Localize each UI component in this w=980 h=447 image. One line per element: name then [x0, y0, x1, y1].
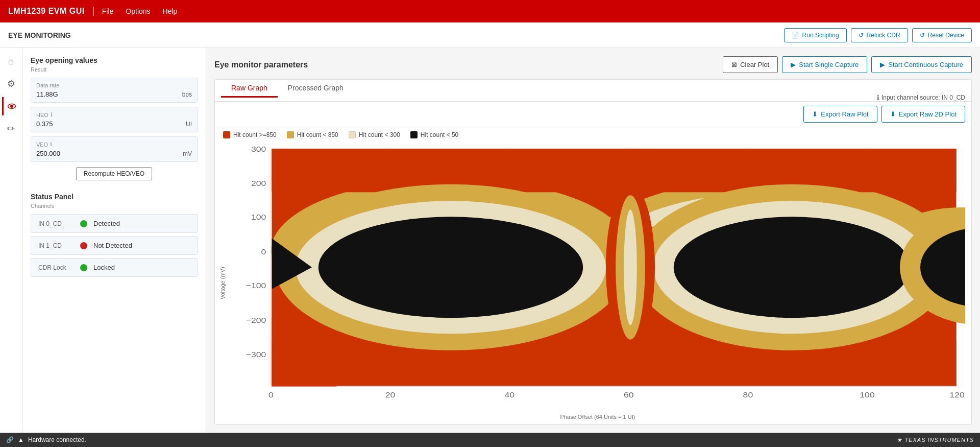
eye-opening-section: Eye opening values Result Data rate 11.8…	[31, 56, 198, 180]
svg-point-1	[11, 105, 13, 108]
reset-device-icon: ↺	[920, 32, 925, 39]
svg-text:60: 60	[624, 390, 634, 399]
tab-raw-graph[interactable]: Raw Graph	[221, 80, 278, 98]
svg-text:20: 20	[385, 390, 396, 399]
nav-help[interactable]: Help	[163, 5, 178, 17]
header-toolbar: EYE MONITORING 📄 Run Scripting ↺ Relock …	[0, 22, 980, 48]
start-single-capture-button[interactable]: ▶ Start Single Capture	[782, 56, 867, 73]
input-channel-info: ℹ Input channel source: IN 0_CD	[877, 94, 965, 101]
relock-cdr-icon: ↺	[859, 32, 864, 39]
status-dot-1	[80, 242, 87, 249]
svg-text:120: 120	[949, 390, 964, 399]
reset-device-button[interactable]: ↺ Reset Device	[912, 28, 972, 42]
status-panel-subtitle: Channels	[31, 203, 198, 209]
heo-info-icon: ℹ	[51, 111, 53, 118]
veo-label: VEO ℹ	[36, 141, 192, 148]
start-continuous-capture-button[interactable]: ▶ Start Continuous Capture	[871, 56, 972, 73]
clear-plot-button[interactable]: ⊠ Clear Plot	[723, 56, 778, 73]
right-content: Eye monitor parameters ⊠ Clear Plot ▶ St…	[206, 48, 980, 433]
graph-tabs: Raw Graph Processed Graph	[221, 80, 877, 97]
data-rate-value: 11.88G	[36, 90, 97, 98]
svg-text:300: 300	[251, 145, 266, 154]
svg-text:−100: −100	[246, 281, 266, 290]
start-single-icon: ▶	[791, 61, 796, 68]
legend-swatch-1	[287, 131, 294, 138]
svg-text:40: 40	[504, 390, 514, 399]
content-header: Eye monitor parameters ⊠ Clear Plot ▶ St…	[214, 56, 972, 73]
legend-swatch-2	[349, 131, 356, 138]
svg-point-56	[624, 209, 637, 325]
veo-value: 250.000	[36, 150, 97, 157]
legend-label-1: Hit count < 850	[297, 131, 338, 138]
topbar: LMH1239 EVM GUI File Options Help	[0, 0, 980, 22]
status-label-2: Locked	[93, 264, 115, 271]
capture-buttons: ⊠ Clear Plot ▶ Start Single Capture ▶ St…	[723, 56, 972, 73]
status-label-1: Not Detected	[93, 242, 132, 249]
eye-diagram-wrapper: Voltage (mV) .axis-text { font-size: 11p…	[215, 143, 971, 424]
channel-name-0: IN 0_CD	[38, 220, 74, 227]
link-icon: 🔗	[6, 436, 14, 443]
app-title: LMH1239 EVM GUI	[8, 7, 94, 16]
legend-item-0: Hit count >=850	[223, 131, 277, 138]
svg-text:100: 100	[251, 213, 266, 222]
status-panel-section: Status Panel Channels IN 0_CD Detected I…	[31, 193, 198, 277]
page-title: EYE MONITORING	[8, 31, 780, 39]
svg-text:−300: −300	[246, 350, 266, 359]
channel-row-1: IN 1_CD Not Detected	[31, 236, 198, 255]
svg-text:80: 80	[743, 390, 753, 399]
export-raw-plot-button[interactable]: ⬇ Export Raw Plot	[803, 106, 877, 123]
chart-area: .axis-text { font-size: 11px; fill: #666…	[230, 145, 965, 422]
svg-rect-44	[272, 341, 957, 386]
channel-row-2: CDR Lock Locked	[31, 258, 198, 277]
veo-unit: mV	[183, 150, 192, 157]
svg-point-50	[674, 217, 911, 318]
graph-container: Raw Graph Processed Graph ℹ Input channe…	[214, 79, 972, 425]
svg-point-47	[318, 217, 583, 318]
status-text: Hardware connected.	[28, 436, 86, 443]
heo-field: HEO ℹ 0.375 UI	[31, 107, 198, 132]
recompute-button[interactable]: Recompute HEO/VEO	[76, 167, 152, 180]
status-dot-0	[80, 220, 87, 227]
run-scripting-icon: 📄	[792, 32, 799, 39]
legend-swatch-3	[410, 131, 418, 138]
graph-toolbar: ⬇ Export Raw Plot ⬇ Export Raw 2D Plot	[215, 102, 971, 127]
relock-cdr-button[interactable]: ↺ Relock CDR	[851, 28, 908, 42]
statusbar: 🔗 ▲ Hardware connected. ★ Texas Instrume…	[0, 433, 980, 447]
veo-info-icon: ℹ	[50, 141, 52, 148]
sidebar-icon-sliders[interactable]: ⚙	[2, 75, 20, 93]
status-panel-title: Status Panel	[31, 193, 198, 201]
data-rate-unit: bps	[182, 91, 192, 98]
sidebar-icon-pen[interactable]: ✏	[2, 120, 20, 138]
export-2d-icon: ⬇	[890, 110, 896, 118]
eye-opening-subtitle: Result	[31, 66, 198, 73]
run-scripting-button[interactable]: 📄 Run Scripting	[784, 28, 847, 42]
tab-processed-graph[interactable]: Processed Graph	[278, 80, 354, 98]
data-rate-label: Data rate	[36, 82, 192, 88]
chart-inner: .axis-text { font-size: 11px; fill: #666…	[230, 145, 965, 412]
nav-menu: File Options Help	[102, 5, 178, 17]
clear-plot-icon: ⊠	[731, 61, 737, 68]
left-panel: Eye opening values Result Data rate 11.8…	[22, 48, 206, 433]
eye-diagram-svg: .axis-text { font-size: 11px; fill: #666…	[230, 145, 965, 412]
svg-text:100: 100	[860, 390, 874, 399]
chart-legend: Hit count >=850 Hit count < 850 Hit coun…	[215, 127, 971, 143]
legend-label-2: Hit count < 300	[359, 131, 400, 138]
sidebar-icon-eye[interactable]	[2, 97, 20, 115]
legend-item-2: Hit count < 300	[349, 131, 400, 138]
nav-options[interactable]: Options	[126, 5, 150, 17]
legend-label-3: Hit count < 50	[421, 131, 458, 138]
ti-star-icon: ★	[897, 437, 902, 443]
nav-file[interactable]: File	[102, 5, 114, 17]
svg-rect-43	[272, 149, 957, 191]
legend-swatch-0	[223, 131, 230, 138]
heo-label: HEO ℹ	[36, 111, 192, 118]
svg-text:0: 0	[268, 390, 274, 399]
content-title: Eye monitor parameters	[214, 60, 723, 69]
status-label-0: Detected	[93, 220, 120, 227]
export-raw-2d-button[interactable]: ⬇ Export Raw 2D Plot	[881, 106, 965, 123]
x-axis-label: Phase Offset (64 Units = 1 UI)	[230, 412, 965, 422]
sidebar-icon-home[interactable]: ⌂	[2, 52, 20, 70]
veo-field: VEO ℹ 250.000 mV	[31, 136, 198, 162]
legend-item-1: Hit count < 850	[287, 131, 338, 138]
svg-text:200: 200	[251, 179, 266, 188]
